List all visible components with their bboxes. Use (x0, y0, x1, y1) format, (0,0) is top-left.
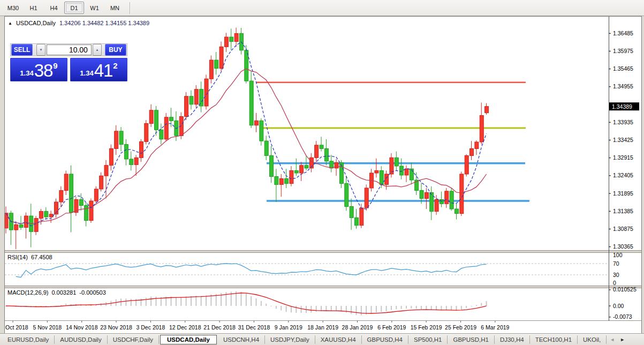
timeframe-button-d1[interactable]: D1 (64, 2, 84, 14)
tab-usdcnh-h4[interactable]: USDCNH,H4 (218, 335, 265, 344)
candle (305, 166, 308, 168)
tab-ukoil[interactable]: UKOil, (578, 335, 607, 344)
candle (260, 121, 263, 141)
date-axis-label: 18 Jan 2019 (307, 324, 338, 331)
rsi-panel-label: RSI(14) 67.4508 (7, 254, 52, 260)
rsi-axis-label: 70 (613, 260, 619, 267)
timeframe-button-m30[interactable]: M30 (3, 2, 23, 14)
candle (209, 60, 213, 79)
volume-increase-button[interactable]: ▲ (93, 44, 102, 56)
candle (14, 224, 18, 230)
candle (104, 166, 108, 176)
date-axis-label: 6 Mar 2019 (481, 324, 509, 331)
candle (395, 158, 398, 166)
right-arrow-icon: ► (620, 337, 625, 342)
price-axis: 1.364851.359751.354651.349551.339351.334… (609, 30, 639, 320)
candle (149, 110, 153, 124)
candle (255, 121, 259, 125)
date-axis-label: 14 Nov 2018 (66, 324, 98, 331)
sell-button[interactable]: SELL (11, 44, 33, 56)
timeframe-button-h1[interactable]: H1 (24, 2, 43, 14)
tab-xauusd-h4[interactable]: XAUUSD,H4 (315, 335, 362, 344)
candle (290, 170, 293, 183)
chart-window: 1.364851.359751.354651.349551.339351.334… (4, 16, 642, 334)
candle (460, 174, 464, 214)
tab-dj30-h4[interactable]: DJ30,H4 (495, 335, 530, 344)
date-axis: 26 Oct 20185 Nov 201814 Nov 201823 Nov 2… (5, 321, 510, 331)
tab-tech100-h1[interactable]: TECH100,H1 (530, 335, 578, 344)
tab-usdcad-daily[interactable]: USDCAD,Daily (160, 335, 217, 344)
candle (300, 166, 304, 173)
volume-input[interactable] (47, 44, 92, 55)
collapse-chart-icon[interactable]: ▲ (8, 21, 12, 26)
price-axis-label: 1.33425 (613, 137, 633, 143)
buy-button[interactable]: BUY (105, 44, 126, 56)
date-axis-label: 26 Oct 2018 (5, 324, 28, 331)
bottom-tab-bar: EURUSD,Daily AUDUSD,Daily USDCHF,Daily U… (0, 333, 644, 345)
price-axis-label: 1.32915 (613, 154, 633, 161)
candle (19, 224, 23, 227)
candle (164, 117, 168, 139)
timeframe-button-mn[interactable]: MN (105, 2, 125, 14)
price-axis-label: 1.34955 (613, 83, 633, 89)
candle (410, 169, 413, 180)
timeframe-button-h4[interactable]: H4 (44, 2, 64, 14)
macd-panel-label: MACD(12,26,9) 0.003281 -0.000503 (7, 289, 106, 296)
candle (475, 142, 479, 148)
candle (264, 141, 268, 155)
tab-gbpusd-h4[interactable]: GBPUSD,H4 (362, 335, 408, 344)
macd-axis-label: 0.00 (613, 303, 624, 309)
top-toolbar: M30 H1 H4 D1 W1 MN (0, 0, 644, 16)
candle (285, 178, 289, 183)
candle (130, 159, 133, 164)
tab-eurusd-daily[interactable]: EURUSD,Daily (2, 335, 55, 344)
candle (204, 79, 208, 106)
candle (139, 141, 143, 158)
macd-indicator-value: 0.003281 (51, 289, 76, 296)
candle (465, 155, 468, 174)
candle (270, 155, 274, 176)
app-root: { "toolbar": { "timeframes": [ {"label":… (0, 0, 644, 345)
buy-quote-panel[interactable]: 1.34 41 2 (70, 58, 127, 81)
rsi-axis-label: 100 (613, 252, 623, 258)
candle (450, 191, 453, 209)
date-axis-label: 6 Feb 2019 (377, 324, 406, 331)
date-axis-label: 3 Dec 2018 (137, 324, 165, 331)
tab-gbpusd-h1[interactable]: GBPUSD,H1 (448, 335, 494, 344)
candle (400, 166, 404, 175)
timeframe-button-w1[interactable]: W1 (85, 2, 104, 14)
left-arrow-icon: ◄ (610, 337, 615, 342)
tab-usdjpy-daily[interactable]: USDJPY,Daily (265, 335, 315, 344)
candle (480, 116, 483, 142)
candle (279, 178, 283, 184)
candle (249, 81, 253, 125)
rsi-indicator-name: RSI(14) (7, 254, 28, 260)
candle (355, 218, 359, 225)
tab-scroll-left-button[interactable]: ◄ (608, 337, 617, 342)
sell-quote-panel[interactable]: 1.34 38 9 (10, 58, 67, 81)
chevron-down-icon: ▼ (39, 48, 42, 51)
candle (124, 145, 128, 159)
price-axis-label: 1.35465 (613, 65, 633, 72)
candle (360, 208, 363, 226)
candle (70, 174, 73, 213)
candle (155, 110, 158, 130)
candle (324, 148, 328, 161)
candle (405, 169, 408, 175)
rsi-indicator-value: 67.4508 (31, 254, 52, 260)
candle (234, 34, 238, 42)
tab-usdchf-daily[interactable]: USDCHF,Daily (108, 335, 159, 344)
candle (315, 145, 319, 158)
tab-sp500-h1[interactable]: SP500,H1 (408, 335, 448, 344)
candle (109, 148, 113, 165)
macd-indicator-name: MACD(12,26,9) (7, 289, 48, 296)
candle (100, 176, 103, 189)
tab-scroll-right-button[interactable]: ► (618, 337, 627, 342)
candle (350, 206, 353, 218)
tab-audusd-daily[interactable]: AUDUSD,Daily (55, 335, 107, 344)
volume-decrease-button[interactable]: ▼ (36, 44, 46, 56)
candle (49, 214, 53, 217)
candle (365, 188, 368, 208)
candle (85, 206, 88, 221)
candle (435, 199, 438, 211)
